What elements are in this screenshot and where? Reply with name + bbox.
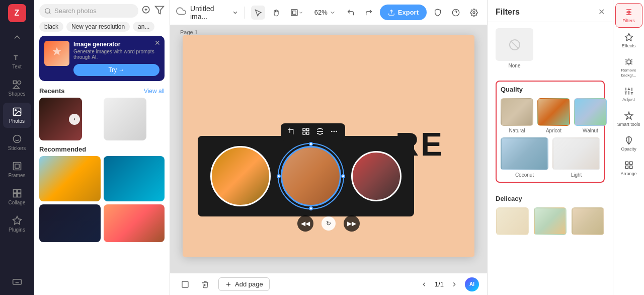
rec-photo-4[interactable] [104, 204, 165, 242]
svg-point-6 [13, 135, 21, 143]
rec-photo-2[interactable] [104, 156, 165, 201]
filter-del3[interactable] [571, 207, 605, 235]
handle-top [309, 142, 313, 146]
view-all-button[interactable]: View all [144, 88, 165, 95]
select-tool-button[interactable] [251, 6, 265, 20]
canvas-container: Page 1 RE [170, 25, 487, 273]
circle-photo-3[interactable] [351, 151, 401, 201]
zoom-button[interactable]: 62% [310, 7, 340, 18]
redo-button[interactable] [362, 6, 376, 20]
search-box[interactable]: Search photos [39, 4, 138, 18]
filter-delicacy-section: Delicacy [488, 189, 613, 241]
filter-del2[interactable] [533, 207, 567, 235]
app-logo[interactable]: Z [8, 4, 26, 22]
rtool-effects[interactable]: Effects [615, 29, 642, 52]
rtool-arrange-label: Arrange [620, 171, 636, 176]
page-icon-button[interactable] [178, 277, 192, 291]
filter-natural[interactable]: Natural [501, 98, 533, 133]
more-options-button[interactable] [329, 126, 339, 138]
page-nav: 1/1 AI [418, 277, 479, 291]
close-banner-button[interactable]: ✕ [154, 39, 160, 47]
sidebar-item-photos[interactable]: Photos [3, 103, 31, 128]
rtool-smart-tools[interactable]: Smart tools [615, 107, 642, 131]
sidebar-item-shapes[interactable]: Shapes [3, 76, 31, 101]
image-gen-text: Image generator Generate images with wor… [73, 41, 159, 76]
sidebar-item-stickers[interactable]: Stickers [3, 130, 31, 155]
sidebar-item-plugins[interactable]: Plugins [3, 211, 31, 237]
tag-newyear[interactable]: New year resolution [66, 22, 130, 32]
tag-bar: black New year resolution an... [34, 22, 170, 36]
grid-button[interactable] [301, 126, 311, 138]
left-sidebar: Z T Text Shapes Photos Stickers Frames C… [0, 0, 34, 295]
recent-photo-2[interactable] [104, 98, 146, 140]
rtool-smart-label: Smart tools [617, 122, 640, 127]
rtool-adjust[interactable]: Adjust [615, 83, 642, 106]
undo-button[interactable] [344, 6, 358, 20]
filter-coconut[interactable]: Coconut [501, 137, 548, 178]
sidebar-collapse[interactable] [3, 28, 31, 46]
refresh-button[interactable]: ↻ [321, 216, 336, 231]
recent-photo-1[interactable]: › [39, 98, 82, 140]
image-search-icon[interactable] [141, 5, 151, 17]
frame-tool-button[interactable] [287, 6, 306, 20]
filter-walnut[interactable]: Walnut [574, 98, 607, 133]
ai-thumb-icon [49, 46, 64, 61]
rtool-filters[interactable]: Filters [615, 3, 642, 28]
sidebar-item-collage[interactable]: Collage [3, 184, 31, 209]
rtool-filters-label: Filters [622, 18, 635, 23]
filter-apricot[interactable]: Apricot [537, 98, 570, 133]
svg-rect-58 [629, 166, 632, 169]
collage-strip[interactable] [198, 136, 414, 216]
rtool-arrange[interactable]: Arrange [615, 157, 642, 180]
export-button[interactable]: Export [380, 5, 427, 20]
search-icon [44, 8, 51, 15]
filter-del1[interactable] [496, 207, 529, 235]
rtool-opacity[interactable]: Opacity [615, 132, 642, 156]
circle-photo-2[interactable] [281, 146, 341, 206]
filter-none[interactable]: None [496, 28, 533, 68]
circle-photo-1[interactable] [210, 146, 271, 206]
settings-button[interactable] [467, 6, 481, 20]
close-filters-button[interactable]: ✕ [598, 7, 605, 17]
svg-point-21 [45, 8, 50, 13]
trash-button[interactable] [198, 277, 212, 291]
sidebar-item-text[interactable]: T Text [3, 48, 31, 73]
undo-icon [347, 9, 355, 17]
tag-black[interactable]: black [39, 22, 63, 32]
svg-point-35 [334, 131, 334, 131]
svg-rect-12 [17, 190, 21, 193]
settings-icon [470, 9, 478, 17]
canvas[interactable]: RE ◀◀ ↻ ▶▶ [183, 35, 474, 257]
delicacy-grid [496, 207, 605, 235]
add-page-button[interactable]: Add page [218, 277, 270, 291]
apricot-label: Apricot [546, 128, 561, 133]
opacity-tool-icon [624, 136, 633, 145]
filters-panel: Filters ✕ None Quality Natural [487, 0, 613, 295]
document-title[interactable]: Untitled ima... [190, 5, 238, 21]
prev-page-button[interactable] [418, 278, 431, 291]
rewind-button[interactable]: ◀◀ [297, 215, 313, 232]
sidebar-item-frames[interactable]: Frames [3, 157, 31, 182]
rtool-remove-bg[interactable]: Remove backgr... [615, 53, 642, 82]
next-photo-button[interactable]: › [69, 114, 80, 125]
crop-button[interactable] [287, 126, 297, 138]
grid-icon [302, 127, 310, 135]
filter-light[interactable]: Light [552, 137, 600, 178]
help-button[interactable] [449, 6, 463, 20]
tag-more[interactable]: an... [133, 22, 154, 32]
panel-search-area: Search photos [34, 0, 170, 22]
forward-button[interactable]: ▶▶ [344, 215, 360, 232]
try-button[interactable]: Try → [73, 64, 159, 76]
sidebar-label-text: Text [12, 64, 21, 69]
filter-icon[interactable] [154, 5, 165, 17]
rec-photo-3[interactable] [39, 204, 101, 242]
sidebar-item-keyboard[interactable] [3, 273, 31, 291]
flip-button[interactable] [315, 126, 325, 138]
rec-photo-1[interactable] [39, 156, 101, 201]
svg-point-36 [336, 131, 337, 131]
natural-label: Natural [509, 128, 525, 133]
shield-button[interactable] [431, 6, 445, 20]
hand-tool-button[interactable] [269, 6, 283, 20]
next-page-button[interactable] [448, 278, 461, 291]
ai-assistant-button[interactable]: AI [465, 277, 479, 291]
